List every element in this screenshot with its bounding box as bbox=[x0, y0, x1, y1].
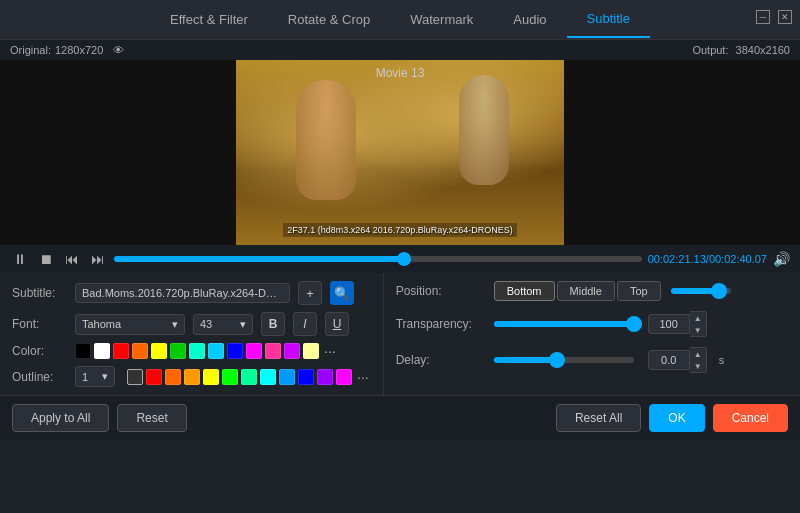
outline-swatch-green[interactable] bbox=[222, 369, 238, 385]
underline-button[interactable]: U bbox=[325, 312, 349, 336]
stop-button[interactable]: ⏹ bbox=[36, 249, 56, 269]
outline-swatch-orange[interactable] bbox=[165, 369, 181, 385]
tab-effect[interactable]: Effect & Filter bbox=[150, 2, 268, 37]
swatch-white[interactable] bbox=[94, 343, 110, 359]
italic-button[interactable]: I bbox=[293, 312, 317, 336]
transport-controls: ⏸ ⏹ ⏮ ⏭ 00:02:21.13/00:02:40.07 🔊 bbox=[0, 245, 800, 273]
position-slider-thumb[interactable] bbox=[711, 283, 727, 299]
font-selector[interactable]: Tahoma ▾ bbox=[75, 314, 185, 335]
minimize-button[interactable]: ─ bbox=[756, 10, 770, 24]
transparency-thumb[interactable] bbox=[626, 316, 642, 332]
tab-watermark[interactable]: Watermark bbox=[390, 2, 493, 37]
delay-slider[interactable] bbox=[494, 357, 634, 363]
tab-rotate[interactable]: Rotate & Crop bbox=[268, 2, 390, 37]
progress-thumb[interactable] bbox=[397, 252, 411, 266]
outline-swatch-amber[interactable] bbox=[184, 369, 200, 385]
add-subtitle-button[interactable]: + bbox=[298, 281, 322, 305]
progress-bar[interactable] bbox=[114, 256, 642, 262]
swatch-purple[interactable] bbox=[284, 343, 300, 359]
subtitle-label: Subtitle: bbox=[12, 286, 67, 300]
position-middle-button[interactable]: Middle bbox=[557, 281, 615, 301]
font-dropdown-icon: ▾ bbox=[172, 318, 178, 331]
outline-row: Outline: 1 ▾ bbox=[12, 366, 371, 387]
color-swatches: ··· bbox=[75, 343, 338, 359]
swatch-cyan[interactable] bbox=[208, 343, 224, 359]
transparency-down[interactable]: ▼ bbox=[690, 324, 706, 336]
movie-title: Movie 13 bbox=[376, 66, 425, 80]
swatch-yellow[interactable] bbox=[151, 343, 167, 359]
delay-up[interactable]: ▲ bbox=[690, 348, 706, 360]
outline-swatch-red[interactable] bbox=[146, 369, 162, 385]
transparency-slider[interactable] bbox=[494, 321, 634, 327]
outline-more-colors-button[interactable]: ··· bbox=[355, 369, 371, 385]
font-label: Font: bbox=[12, 317, 67, 331]
bold-button[interactable]: B bbox=[261, 312, 285, 336]
font-name: Tahoma bbox=[82, 318, 121, 330]
output-info: Output: 3840x2160 bbox=[692, 44, 790, 56]
outline-swatch-magenta[interactable] bbox=[336, 369, 352, 385]
delay-value[interactable]: 0.0 bbox=[648, 350, 690, 370]
subtitle-row: Subtitle: Bad.Moms.2016.720p.BluRay.x264… bbox=[12, 281, 371, 305]
outline-swatch-cyan[interactable] bbox=[260, 369, 276, 385]
outline-swatch-mint[interactable] bbox=[241, 369, 257, 385]
transparency-value[interactable]: 100 bbox=[648, 314, 690, 334]
delay-spinners: ▲ ▼ bbox=[690, 347, 707, 373]
cancel-button[interactable]: Cancel bbox=[713, 404, 788, 432]
swatch-green[interactable] bbox=[170, 343, 186, 359]
swatch-teal[interactable] bbox=[189, 343, 205, 359]
swatch-orange[interactable] bbox=[132, 343, 148, 359]
outline-label: Outline: bbox=[12, 370, 67, 384]
swatch-pink[interactable] bbox=[246, 343, 262, 359]
delay-thumb[interactable] bbox=[549, 352, 565, 368]
swatch-blue[interactable] bbox=[227, 343, 243, 359]
search-subtitle-button[interactable]: 🔍 bbox=[330, 281, 354, 305]
swatch-hotpink[interactable] bbox=[265, 343, 281, 359]
subtitle-file-input[interactable]: Bad.Moms.2016.720p.BluRay.x264-DRONES. bbox=[75, 283, 290, 303]
position-top-button[interactable]: Top bbox=[617, 281, 661, 301]
delay-input-group: 0.0 ▲ ▼ bbox=[648, 347, 707, 373]
outline-swatch-yellow[interactable] bbox=[203, 369, 219, 385]
swatch-black[interactable] bbox=[75, 343, 91, 359]
transparency-input-group: 100 ▲ ▼ bbox=[648, 311, 707, 337]
outline-swatch-lightblue[interactable] bbox=[279, 369, 295, 385]
eye-icon[interactable]: 👁 bbox=[113, 44, 124, 56]
position-label: Position: bbox=[396, 284, 486, 298]
reset-button[interactable]: Reset bbox=[117, 404, 186, 432]
outline-swatch-blue[interactable] bbox=[298, 369, 314, 385]
progress-fill bbox=[114, 256, 404, 262]
bottom-bar: Apply to All Reset Reset All OK Cancel bbox=[0, 395, 800, 440]
swatch-light-yellow[interactable] bbox=[303, 343, 319, 359]
close-button[interactable]: ✕ bbox=[778, 10, 792, 24]
outline-colors: ··· bbox=[127, 369, 371, 385]
time-display: 00:02:21.13/00:02:40.07 bbox=[648, 253, 767, 265]
reset-all-button[interactable]: Reset All bbox=[556, 404, 641, 432]
prev-button[interactable]: ⏮ bbox=[62, 249, 82, 269]
right-buttons: Reset All OK Cancel bbox=[556, 404, 788, 432]
outline-swatch-dark[interactable] bbox=[127, 369, 143, 385]
tab-audio[interactable]: Audio bbox=[493, 2, 566, 37]
pause-button[interactable]: ⏸ bbox=[10, 249, 30, 269]
transparency-up[interactable]: ▲ bbox=[690, 312, 706, 324]
font-row: Font: Tahoma ▾ 43 ▾ B I U bbox=[12, 312, 371, 336]
volume-icon[interactable]: 🔊 bbox=[773, 251, 790, 267]
ok-button[interactable]: OK bbox=[649, 404, 704, 432]
outline-size-selector[interactable]: 1 ▾ bbox=[75, 366, 115, 387]
font-size-selector[interactable]: 43 ▾ bbox=[193, 314, 253, 335]
outline-swatch-violet[interactable] bbox=[317, 369, 333, 385]
video-preview: 2F37.1 (hd8m3.x264 2016.720p.BluRay.x264… bbox=[236, 60, 564, 245]
video-preview-container: Movie 13 2F37.1 (hd8m3.x264 2016.720p.Bl… bbox=[0, 60, 800, 245]
next-button[interactable]: ⏭ bbox=[88, 249, 108, 269]
delay-unit: s bbox=[719, 354, 725, 366]
swatch-red[interactable] bbox=[113, 343, 129, 359]
delay-down[interactable]: ▼ bbox=[690, 360, 706, 372]
apply-all-button[interactable]: Apply to All bbox=[12, 404, 109, 432]
delay-fill bbox=[494, 357, 557, 363]
more-colors-button[interactable]: ··· bbox=[322, 343, 338, 359]
font-size: 43 bbox=[200, 318, 212, 330]
original-label: Original: bbox=[10, 44, 51, 56]
controls-area: Subtitle: Bad.Moms.2016.720p.BluRay.x264… bbox=[0, 273, 800, 395]
tab-subtitle[interactable]: Subtitle bbox=[567, 1, 650, 38]
position-bottom-button[interactable]: Bottom bbox=[494, 281, 555, 301]
left-controls-panel: Subtitle: Bad.Moms.2016.720p.BluRay.x264… bbox=[0, 273, 383, 395]
transparency-label: Transparency: bbox=[396, 317, 486, 331]
